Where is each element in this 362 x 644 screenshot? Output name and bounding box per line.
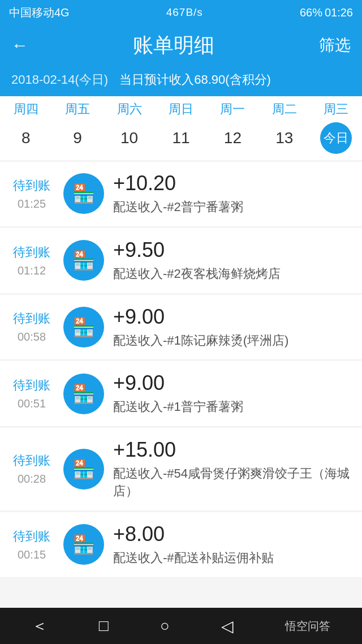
- shop-icon-inner-3: 🏪: [72, 383, 95, 405]
- date-today[interactable]: 今日: [311, 122, 362, 154]
- transaction-time-3: 00:51: [18, 397, 46, 410]
- pending-label-2: 待到账: [13, 310, 50, 327]
- date-10[interactable]: 10: [104, 122, 155, 154]
- transaction-time-5: 00:15: [18, 548, 46, 561]
- transaction-right-3: +9.00 配送收入-#1普宁番薯粥: [113, 371, 353, 416]
- transaction-time-4: 00:28: [18, 473, 46, 486]
- transaction-time-0: 01:25: [18, 198, 46, 211]
- transaction-right-0: +10.20 配送收入-#2普宁番薯粥: [113, 171, 353, 216]
- pending-label-3: 待到账: [13, 377, 50, 394]
- transaction-item[interactable]: 待到账 00:58 🏪 +9.00 配送收入-#1陈记麻辣烫(坪洲店): [0, 295, 362, 360]
- status-bar: 中国移动4G 467B/s 66% 01:26: [0, 0, 362, 25]
- transaction-amount-4: +15.00: [113, 438, 353, 462]
- date-11[interactable]: 11: [155, 122, 206, 154]
- transaction-item[interactable]: 待到账 01:25 🏪 +10.20 配送收入-#2普宁番薯粥: [0, 161, 362, 227]
- transaction-desc-5: 配送收入-#配送补贴运佣补贴: [113, 549, 353, 567]
- transaction-list: 待到账 01:25 🏪 +10.20 配送收入-#2普宁番薯粥 待到账 01:1…: [0, 161, 362, 578]
- weekday-tue[interactable]: 周二: [258, 101, 310, 118]
- time-label: 01:26: [325, 6, 353, 19]
- weekday-mon[interactable]: 周一: [207, 101, 258, 118]
- transaction-amount-0: +10.20: [113, 171, 353, 195]
- time-battery: 66% 01:26: [300, 6, 353, 19]
- date-13[interactable]: 13: [258, 122, 310, 154]
- weekday-sat[interactable]: 周六: [104, 101, 155, 118]
- weekday-sun[interactable]: 周日: [155, 101, 206, 118]
- nav-home-button[interactable]: □: [88, 612, 120, 639]
- shop-icon-inner-4: 🏪: [72, 458, 95, 480]
- transaction-amount-5: +8.00: [113, 522, 353, 546]
- shop-icon-2: 🏪: [63, 307, 104, 347]
- weekday-wed[interactable]: 周三: [311, 101, 362, 118]
- transaction-desc-4: 配送收入-#54咸骨煲仔粥爽滑饺子王（海城店）: [113, 465, 353, 500]
- transaction-amount-1: +9.50: [113, 238, 353, 262]
- page-title: 账单明细: [133, 32, 214, 59]
- date-info-bar: 2018-02-14(今日) 当日预计收入68.90(含积分): [0, 66, 362, 96]
- shop-icon-inner-2: 🏪: [72, 316, 95, 338]
- transaction-desc-3: 配送收入-#1普宁番薯粥: [113, 398, 353, 416]
- transaction-right-4: +15.00 配送收入-#54咸骨煲仔粥爽滑饺子王（海城店）: [113, 438, 353, 500]
- week-days-row: 周四 周五 周六 周日 周一 周二 周三: [0, 96, 362, 120]
- carrier-label: 中国移动4G: [9, 5, 70, 20]
- transaction-item[interactable]: 待到账 00:28 🏪 +15.00 配送收入-#54咸骨煲仔粥爽滑饺子王（海城…: [0, 428, 362, 511]
- week-dates-row: 8 9 10 11 12 13 今日: [0, 120, 362, 161]
- pending-label-0: 待到账: [13, 177, 50, 194]
- transaction-desc-1: 配送收入-#2夜客栈海鲜烧烤店: [113, 265, 353, 283]
- header: ← 账单明细 筛选: [0, 25, 362, 66]
- transaction-desc-2: 配送收入-#1陈记麻辣烫(坪洲店): [113, 332, 353, 350]
- shop-icon-inner-1: 🏪: [72, 250, 95, 271]
- shop-icon-4: 🏪: [63, 449, 104, 490]
- nav-logo: 悟空问答: [274, 614, 342, 638]
- transaction-amount-3: +9.00: [113, 371, 353, 395]
- back-button[interactable]: ←: [11, 36, 28, 55]
- today-badge: 今日: [320, 122, 352, 154]
- transaction-time-1: 01:12: [18, 264, 46, 277]
- bottom-nav: ＜ □ ○ ◁ 悟空问答: [0, 608, 362, 644]
- filter-button[interactable]: 筛选: [319, 35, 351, 56]
- transaction-right-1: +9.50 配送收入-#2夜客栈海鲜烧烤店: [113, 238, 353, 283]
- transaction-desc-0: 配送收入-#2普宁番薯粥: [113, 199, 353, 216]
- today-date-label: 2018-02-14(今日): [11, 71, 108, 88]
- weekday-fri[interactable]: 周五: [51, 101, 103, 118]
- transaction-left-1: 待到账 01:12: [9, 244, 54, 277]
- income-info-label: 当日预计收入68.90(含积分): [119, 71, 271, 88]
- pending-label-4: 待到账: [13, 452, 50, 469]
- transaction-amount-2: +9.00: [113, 305, 353, 329]
- transaction-right-5: +8.00 配送收入-#配送补贴运佣补贴: [113, 522, 353, 567]
- shop-icon-1: 🏪: [63, 240, 104, 281]
- transaction-left-2: 待到账 00:58: [9, 310, 54, 344]
- transaction-item[interactable]: 待到账 00:51 🏪 +9.00 配送收入-#1普宁番薯粥: [0, 361, 362, 427]
- pending-label-5: 待到账: [13, 528, 50, 545]
- weekday-thu[interactable]: 周四: [0, 101, 51, 118]
- shop-icon-5: 🏪: [63, 524, 104, 565]
- date-9[interactable]: 9: [51, 122, 103, 154]
- shop-icon-inner-5: 🏪: [72, 534, 95, 555]
- transaction-right-2: +9.00 配送收入-#1陈记麻辣烫(坪洲店): [113, 305, 353, 350]
- transaction-time-2: 00:58: [18, 330, 46, 344]
- transaction-left-5: 待到账 00:15: [9, 528, 54, 561]
- transaction-item[interactable]: 待到账 00:15 🏪 +8.00 配送收入-#配送补贴运佣补贴: [0, 512, 362, 578]
- transaction-left-0: 待到账 01:25: [9, 177, 54, 211]
- nav-prev-button[interactable]: ◁: [210, 612, 245, 640]
- transaction-item[interactable]: 待到账 01:12 🏪 +9.50 配送收入-#2夜客栈海鲜烧烤店: [0, 228, 362, 294]
- shop-icon-inner-0: 🏪: [72, 183, 95, 204]
- transaction-left-3: 待到账 00:51: [9, 377, 54, 410]
- shop-icon-3: 🏪: [63, 373, 104, 414]
- date-12[interactable]: 12: [207, 122, 258, 154]
- pending-label-1: 待到账: [13, 244, 50, 261]
- nav-circle-button[interactable]: ○: [149, 612, 181, 639]
- nav-back-button[interactable]: ＜: [20, 611, 59, 641]
- shop-icon-0: 🏪: [63, 173, 104, 214]
- transaction-left-4: 待到账 00:28: [9, 452, 54, 486]
- date-8[interactable]: 8: [0, 122, 51, 154]
- week-calendar: 周四 周五 周六 周日 周一 周二 周三 8 9 10 11 12 13 今日: [0, 96, 362, 161]
- battery-label: 66%: [300, 6, 322, 19]
- speed-label: 467B/s: [166, 6, 203, 19]
